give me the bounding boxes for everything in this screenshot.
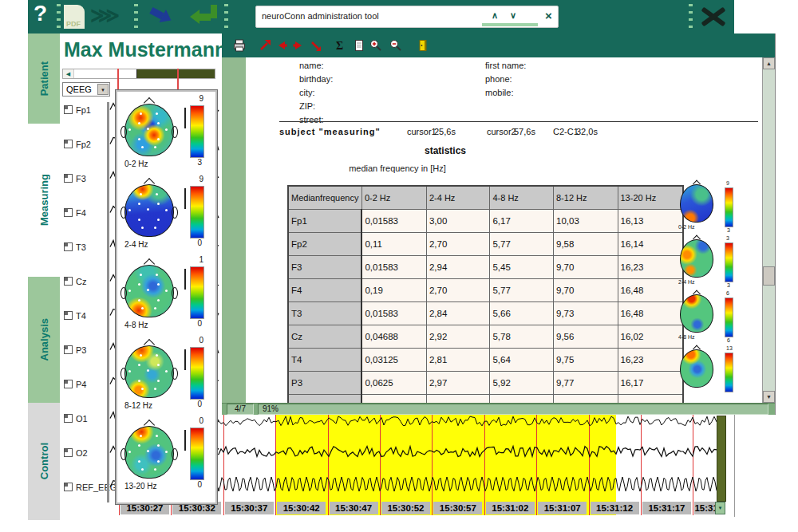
timeline-dropdown[interactable]: ▼ (715, 502, 725, 514)
close-button[interactable] (698, 4, 729, 30)
report-scrollbar[interactable]: ▲ ▼ (762, 57, 775, 403)
topo-thumbnail: 664-8 Hz (678, 291, 758, 346)
channel-checkbox[interactable] (64, 105, 73, 114)
tab-patient[interactable]: Patient (28, 33, 60, 124)
last-page-icon[interactable] (309, 39, 322, 52)
colorbar (725, 298, 733, 337)
table-row: P40,015832,815,759,8316,09 (288, 395, 683, 404)
table-cell: 5,66 (490, 302, 554, 325)
tab-measuring[interactable]: Measuring (28, 124, 60, 277)
pdf-icon: PDF (66, 20, 81, 28)
clear-icon[interactable]: × (545, 9, 552, 22)
channel-checkbox[interactable] (64, 345, 73, 354)
channel-checkbox[interactable] (64, 208, 73, 217)
report-window: Σ name: birthday: city: ZIP: street: fir… (222, 33, 776, 415)
info-label: mobile: (485, 86, 526, 100)
channel-checkbox[interactable] (64, 140, 73, 148)
scrollbar-track[interactable] (74, 69, 215, 78)
time-label: 15:30:52 (381, 502, 430, 514)
colorbar-min: 0 (197, 480, 202, 489)
row-label: P4 (288, 395, 361, 404)
next-page-icon[interactable] (292, 39, 305, 52)
channel-checkbox[interactable] (64, 174, 73, 183)
exit-icon[interactable] (417, 39, 429, 52)
horizontal-scrollbar[interactable]: ◀ (62, 69, 215, 79)
print-icon[interactable] (233, 39, 246, 52)
topo-maps-panel: 930-2 Hz902-4 Hz104-8 Hz008-12 Hz0013-20… (116, 90, 217, 504)
topo-head-map (124, 104, 174, 156)
scale-mark (184, 188, 186, 209)
montage-select[interactable]: QEEG ▼ (62, 82, 110, 97)
table-cell: 10,03 (554, 210, 618, 233)
tab-control[interactable]: Control (28, 403, 60, 520)
row-label: F3 (288, 256, 361, 279)
cursor2-label: cursor2 (487, 127, 516, 136)
table-row: Fp10,015833,006,1710,0316,13 (288, 210, 683, 233)
tab-label: Patient (38, 61, 50, 96)
topo-thumbnail: 332-4 Hz (678, 236, 758, 291)
channel-checkbox[interactable] (64, 448, 73, 457)
colorbar-max: 1 (199, 255, 203, 264)
toolbar-separator (57, 4, 61, 30)
return-arrow-icon[interactable] (190, 10, 217, 24)
patient-name: Max Mustermann (64, 38, 227, 61)
first-page-icon[interactable] (259, 39, 271, 52)
scrollbar-thumb[interactable] (136, 69, 215, 78)
tab-label: Control (38, 443, 50, 479)
channel-checkbox[interactable] (64, 414, 73, 423)
channel-checkbox[interactable] (64, 311, 73, 320)
tab-analysis[interactable]: Analysis (28, 277, 60, 403)
table-cell: 0,04688 (361, 325, 426, 349)
table-cell: 16,13 (618, 210, 683, 233)
cursor1-mark[interactable] (117, 69, 119, 89)
scroll-up-icon[interactable]: ∧ (492, 10, 498, 21)
info-label: first name: (485, 59, 526, 73)
scroll-up-icon[interactable]: ▲ (763, 57, 775, 69)
table-cell: 6,17 (490, 210, 554, 233)
cursor2-mark[interactable] (177, 69, 179, 89)
pdf-export-button[interactable]: PDF (64, 5, 85, 29)
zoom-out-icon[interactable] (389, 39, 402, 52)
scroll-left-icon[interactable]: ◀ (63, 69, 74, 78)
colorbar-min: 0 (197, 319, 202, 328)
help-button[interactable]: ? (34, 1, 47, 26)
channel-checkbox[interactable] (64, 380, 73, 388)
zoom-in-icon[interactable] (369, 39, 382, 52)
colorbar (190, 347, 204, 400)
chevron-down-icon[interactable]: ▼ (97, 84, 109, 95)
scrollbar-thumb[interactable] (763, 266, 775, 286)
topo-map-group: 104-8 Hz (123, 257, 215, 337)
time-label: 15:31:17 (642, 502, 691, 514)
channel-checkbox[interactable] (64, 483, 73, 491)
trace-scrollbar[interactable] (717, 416, 726, 502)
scroll-down-icon[interactable]: ∨ (510, 10, 516, 21)
topo-head-map (124, 184, 174, 237)
colorbar-max: 9 (726, 180, 729, 186)
import-arrow-icon[interactable] (148, 3, 174, 26)
scroll-down-icon[interactable]: ▼ (763, 391, 775, 403)
channel-checkbox[interactable] (64, 277, 73, 286)
table-cell: 9,73 (554, 302, 618, 325)
colorbar-max: 13 (726, 345, 733, 351)
time-label: 15:30:57 (433, 502, 482, 514)
sum-icon[interactable]: Σ (334, 39, 347, 52)
table-header: 2-4 Hz (426, 186, 490, 210)
table-cell: 0,19 (361, 279, 426, 302)
cursor1-value: 25,6s (434, 127, 456, 136)
time-label: 15:31:12 (591, 502, 639, 514)
fast-forward-icon[interactable]: ⋙ (90, 3, 117, 28)
table-row: P30,06252,975,929,7716,17 (288, 372, 683, 395)
prev-page-icon[interactable] (275, 39, 288, 52)
app-selector[interactable]: neuroConn administration tool ∧ ∨ × (255, 6, 559, 28)
info-label: ZIP: (299, 100, 333, 113)
channel-checkbox[interactable] (64, 242, 73, 251)
colorbar-max: 0 (199, 336, 203, 345)
page-view-icon[interactable] (353, 39, 365, 52)
colorbar-max: 3 (726, 235, 729, 241)
statistics-title: statistics (365, 145, 525, 156)
patient-info-right: first name: phone: mobile: (485, 59, 526, 100)
table-cell: 2,84 (426, 302, 490, 325)
colorbar (190, 105, 204, 158)
table-header: Medianfrequency (288, 186, 361, 210)
time-label: 15:31:02 (486, 502, 535, 514)
